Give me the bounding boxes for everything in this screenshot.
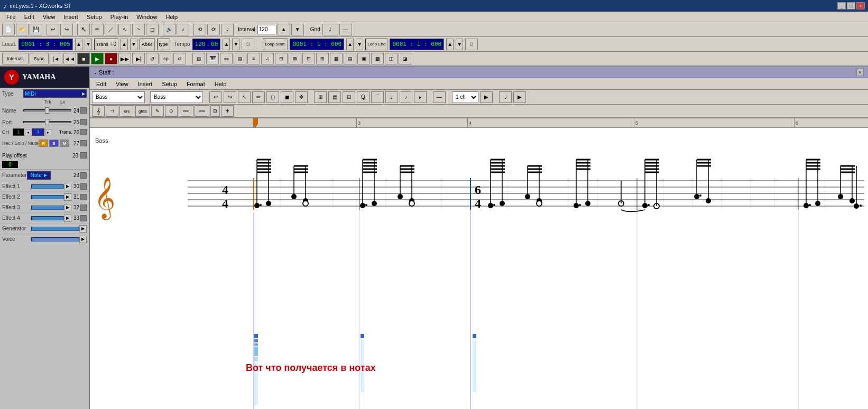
voice-btn[interactable]: ▶ — [79, 236, 87, 243]
staff-undo[interactable]: ↩ — [209, 91, 222, 103]
menu-insert[interactable]: Insert — [59, 13, 82, 21]
staff-quantize[interactable]: Q — [357, 91, 370, 103]
staff-tb2-b2[interactable]: gliss — [135, 105, 150, 117]
undo-btn[interactable]: ↩ — [47, 24, 59, 35]
staff-note-icon[interactable]: ♩ — [499, 91, 512, 103]
tempo-down[interactable]: ▼ — [232, 39, 239, 50]
staff-track-select-1[interactable]: Bass — [92, 91, 145, 103]
staff-menu-setup[interactable]: Setup — [158, 80, 181, 88]
name-knob[interactable] — [45, 107, 49, 114]
punch-in[interactable]: cp — [160, 53, 172, 64]
step-btn[interactable]: ▤ — [234, 53, 246, 64]
staff-menu-help[interactable]: Help — [210, 80, 231, 88]
locate-up[interactable]: ▲ — [75, 39, 82, 50]
menu-setup[interactable]: Setup — [82, 13, 106, 21]
ch-left-btn[interactable]: ◄ — [25, 129, 31, 135]
staff-redo[interactable]: ↪ — [224, 91, 236, 103]
loop-start-down[interactable]: ▼ — [356, 39, 363, 50]
interval-input[interactable] — [257, 25, 276, 34]
extra6[interactable]: ▤ — [344, 53, 356, 64]
staff-extra3[interactable]: ▸ — [414, 91, 427, 103]
name-slider[interactable] — [23, 109, 71, 111]
extra10[interactable]: ◪ — [399, 53, 411, 64]
extra5[interactable]: ▦ — [330, 53, 343, 64]
interval-up[interactable]: ▲ — [278, 24, 290, 35]
interval-down[interactable]: ▼ — [291, 24, 304, 35]
staff-menu-view[interactable]: View — [112, 80, 133, 88]
redo-btn[interactable]: ↪ — [60, 24, 73, 35]
staff-tb2-b7[interactable]: ⊟ — [210, 105, 220, 117]
staff-menu-insert[interactable]: Insert — [134, 80, 157, 88]
speaker-btn[interactable]: 🔊 — [163, 24, 176, 35]
staff-tb2-cut[interactable]: ⊣ — [106, 105, 118, 117]
extra4[interactable]: ⊞ — [316, 53, 329, 64]
menu-edit[interactable]: Edit — [20, 13, 39, 21]
extra3[interactable]: ⊡ — [302, 53, 315, 64]
ch-right-btn[interactable]: ► — [45, 129, 51, 135]
menu-playin[interactable]: Play-in — [106, 13, 133, 21]
tool-wave[interactable]: ~ — [132, 24, 145, 35]
staff-menu-format[interactable]: Format — [182, 80, 209, 88]
staff-erase[interactable]: ◻ — [266, 91, 279, 103]
staff-notation-area[interactable]: Bass 𝄞 4 4 — [90, 128, 868, 409]
trans-down[interactable]: ▼ — [130, 39, 137, 50]
internal-tab[interactable]: Internal. — [2, 53, 29, 64]
generator-btn[interactable]: ▶ — [79, 225, 87, 233]
trans-up[interactable]: ▲ — [121, 39, 128, 50]
tool-pencil[interactable]: ✏ — [91, 24, 104, 35]
extra7[interactable]: ▣ — [357, 53, 370, 64]
chord-btn[interactable]: ♫ — [261, 53, 274, 64]
forward[interactable]: ▶▶ — [118, 53, 131, 64]
staff-tb2-b1[interactable]: ere — [119, 105, 134, 117]
staff-tb2-b6[interactable]: ∞∞ — [195, 105, 209, 117]
staff-close[interactable]: × — [856, 69, 864, 76]
loop-end-down[interactable]: ▼ — [456, 39, 463, 50]
rewind[interactable]: ◄◄ — [63, 53, 76, 64]
close-button[interactable]: × — [856, 2, 865, 10]
tempo-extra[interactable]: ⊡ — [242, 39, 254, 50]
staff-grid[interactable]: ⊞ — [314, 91, 327, 103]
tool-erase[interactable]: ◻ — [146, 24, 159, 35]
play-btn[interactable]: ▶ — [91, 53, 104, 64]
staff-ch-arrow[interactable]: ▶ — [480, 91, 493, 103]
grid-note[interactable]: ♩ — [221, 24, 234, 35]
extra8[interactable]: ▩ — [371, 53, 384, 64]
effect4-btn[interactable]: ▶ — [64, 215, 71, 222]
extra1[interactable]: ⊟ — [275, 53, 288, 64]
save-btn[interactable]: 💾 — [30, 24, 42, 35]
grid-right[interactable]: ⟳ — [207, 24, 220, 35]
staff-move[interactable]: ✥ — [295, 91, 308, 103]
tempo-up[interactable]: ▲ — [223, 39, 230, 50]
grid-left[interactable]: ⟲ — [193, 24, 206, 35]
stop-btn[interactable]: ■ — [77, 53, 90, 64]
mute-button[interactable]: M — [60, 140, 69, 147]
effect2-btn[interactable]: ▶ — [64, 193, 71, 201]
port-slider[interactable] — [23, 121, 71, 123]
forward-end[interactable]: ▶| — [132, 53, 145, 64]
staff-tb2-b4[interactable]: ⊙ — [165, 105, 178, 117]
staff-menu-edit[interactable]: Edit — [92, 80, 110, 88]
staff-btn[interactable]: ㎜ — [220, 53, 233, 64]
locate-down[interactable]: ▼ — [85, 39, 92, 50]
staff-extra1[interactable]: ♩ — [385, 91, 398, 103]
sync-tab[interactable]: Sync — [30, 53, 49, 64]
maximize-button[interactable]: □ — [847, 2, 855, 10]
menu-view[interactable]: View — [39, 13, 60, 21]
staff-note-arrow[interactable]: ▶ — [513, 91, 526, 103]
loop-start-up[interactable]: ▲ — [346, 39, 354, 50]
staff-tb2-b3[interactable]: ✎ — [151, 105, 164, 117]
midi-btn[interactable]: ♪ — [177, 24, 189, 35]
staff-track-select-2[interactable]: Bass — [150, 91, 203, 103]
event-btn[interactable]: ≡ — [247, 53, 260, 64]
rewind-start[interactable]: |◄ — [50, 53, 62, 64]
piano-btn[interactable]: 🎹 — [206, 53, 219, 64]
staff-channel-select[interactable]: 1 ch — [452, 91, 478, 103]
staff-pencil[interactable]: ✏ — [252, 91, 265, 103]
type-select[interactable]: MIDI ▶ — [23, 89, 87, 98]
effect1-btn[interactable]: ▶ — [64, 183, 71, 190]
staff-eraser2[interactable]: ◼ — [281, 91, 293, 103]
grid-minus[interactable]: — — [339, 24, 352, 35]
loop-extra[interactable]: ⊡ — [465, 39, 478, 50]
loop-toggle[interactable]: ↺ — [146, 53, 159, 64]
port-knob[interactable] — [45, 119, 49, 125]
